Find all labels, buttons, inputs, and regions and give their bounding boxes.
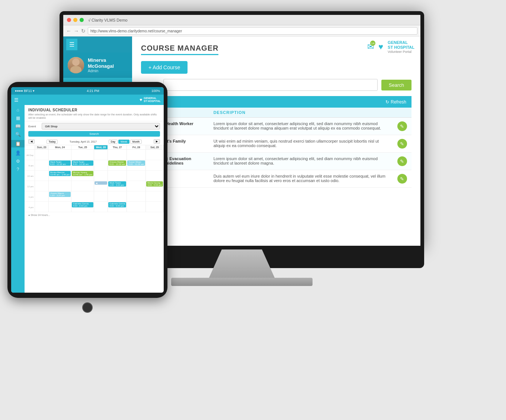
course-description: Ut wisi enim ad minim veniam, quis nostr… [209,135,393,153]
cal-allday-wed [94,150,108,160]
course-actions: ✎ [393,170,411,188]
hospital-name: GENERALST HOSPITAL [388,40,414,50]
cal-nav: ◀ Today Tuesday, April 10, 2017 Day Week… [25,138,164,145]
event-murray-tue[interactable]: Murray Hyang10:45 am - 1:46 pm [72,171,93,176]
tablet-search-button[interactable]: Search [28,131,160,137]
hospital-logo: GENERALST HOSPITAL Volunteer Portal [388,40,414,54]
browser-titlebar: √ Clarity VLMS Demo [63,15,420,25]
hamburger-button[interactable]: ☰ [66,39,77,50]
tablet-hamburger[interactable]: ☰ [14,97,19,103]
minimize-dot[interactable] [73,18,77,22]
cal-allday-fri [127,150,146,160]
event-maria-sat[interactable]: Maria Hyung3:00 - 5:00 pm [146,181,163,187]
cal-10am-fri [127,171,146,181]
event-label: Event [28,125,39,128]
tab-home-icon[interactable]: ⌂ [16,107,19,112]
event-row: Event Gift Shop [25,121,164,131]
cal-allday-mon [49,150,71,160]
event-gabriela-tue[interactable]: Gabriela Garcia4:00 - 6:00 pm [72,202,93,207]
cal-day-view[interactable]: Day [109,140,118,144]
user-role: Admin [88,69,128,73]
cal-4pm-sat [146,202,164,212]
cal-today-button[interactable]: Today [47,140,58,144]
browser-toolbar: ← → ↻ http://www.vlms-demo.claritydemo.n… [63,25,420,36]
event-select[interactable]: Gift Shop [42,123,160,130]
tablet-wrapper: ●●●● BF11 ▾ 4:21 PM 100% ☰ ♥ GENERALST H… [7,82,167,298]
avatar-image [68,57,84,73]
notification-badge: 14 [370,41,375,46]
avatar [68,57,84,73]
battery: 100% [151,89,160,93]
event-susan-fri[interactable]: Susan Wean8:00 - 11:00 am [127,160,145,166]
cal-4pm-tue: Gabriela Garcia4:00 - 6:00 pm [71,202,94,212]
hospital-sub: Volunteer Portal [388,50,414,54]
tab-schedule-icon[interactable]: 📋 [11,140,25,147]
course-description: Duis autem vel eum iriure dolor in hendr… [209,170,393,188]
cal-header-empty [25,145,35,150]
cal-12pm-mon [49,181,71,191]
calendar-wrapper: ◀ Today Tuesday, April 10, 2017 Day Week… [25,138,164,293]
tablet-home-button[interactable] [82,302,93,313]
tab-help-icon[interactable]: ? [17,167,19,172]
event-wed-blue[interactable]: ◀ [95,181,107,185]
search-button[interactable]: Search [381,80,411,90]
edit-button[interactable]: ✎ [397,174,407,184]
cal-header-fri: Fri, 28 [127,145,146,150]
tablet-frame: ●●●● BF11 ▾ 4:21 PM 100% ☰ ♥ GENERALST H… [7,82,167,298]
course-description: Lorem ipsum dolor sit amet, consectetuer… [209,118,393,135]
refresh-button[interactable]: ↻ Refresh [385,99,406,105]
event-gabriela-thu[interactable]: Gabriela Garcia4:00 - 6:00 pm [108,202,126,207]
url-bar[interactable]: http://www.vlms-demo.claritydemo.net/cou… [88,27,417,35]
cal-12pm-sun [35,181,49,191]
cal-week-view[interactable]: Week [118,140,129,144]
event-marktwain-thu[interactable]: Mark Twain1:00 - 3:00 pm [108,181,126,187]
tablet-sidebar: ⌂ ▦ 📖 🔍 📋 👤 ⚙ ? [11,105,25,293]
cal-view-buttons: Day Week Month [109,140,142,144]
event-mark-twain-mon[interactable]: Mark Twain8:00 - 10:30 am [49,160,71,166]
course-actions: ✎ [393,118,411,135]
carrier: ●●●● BF11 ▾ [15,89,35,93]
cal-month-view[interactable]: Month [130,140,142,144]
close-dot[interactable] [67,18,71,22]
cal-10am-tue: Murray Hyang10:45 am - 1:46 pm [71,171,94,181]
cal-header-sun: Sun, 23 [35,145,49,150]
edit-button[interactable]: ✎ [397,121,407,131]
back-button[interactable]: ← [66,28,71,34]
search-input[interactable] [163,79,378,91]
event-brinita-mon[interactable]: Brinita Mercier10:45 am - 1:46 pm [49,171,71,176]
tab-book-icon[interactable]: 📖 [15,124,21,129]
event-driesta-thu[interactable]: Driesta Master8:00 - 10:30 am [108,160,126,166]
forward-button[interactable]: → [74,28,79,34]
cal-4pm-wed [94,202,108,212]
show-24-hours[interactable]: ● Show 24 hours... [25,212,164,218]
edit-button[interactable]: ✎ [397,156,407,166]
imac-base [171,278,313,286]
tab-calendar-icon[interactable]: ▦ [16,115,20,121]
cal-header-sat: Sat, 29 [146,145,164,150]
maximize-dot[interactable] [80,18,84,22]
tablet-main: INDIVIDUAL SCHEDULER After selecting an … [25,105,164,293]
tab-settings-icon[interactable]: ⚙ [16,159,20,164]
cal-10am-mon: Brinita Mercier10:45 am - 1:46 pm [49,171,71,181]
cal-4pm-mon [49,202,71,212]
cal-prev-button[interactable]: ◀ [28,139,35,144]
cal-next-button[interactable]: ▶ [154,139,160,144]
add-course-button[interactable]: + Add Course [141,61,188,74]
cal-grid: Sun, 23 Mon, 24 Tue, 25 Wed, 26 Thu, 27 … [25,145,164,212]
cal-8am-fri: Susan Wean8:00 - 11:00 am [127,160,146,171]
cal-allday-thu [108,150,127,160]
event-vivann-mon[interactable]: Vivann Maurs1:00 - 3:20 pm [49,192,71,197]
refresh-button[interactable]: ↻ [81,28,86,34]
tab-person-icon[interactable]: 👤 [15,150,21,156]
tab-search-icon[interactable]: 🔍 [15,132,21,137]
cal-12pm-sat: Maria Hyung3:00 - 5:00 pm [146,181,164,191]
cal-10am-label: 10 am [25,171,35,181]
col-actions [393,108,411,118]
cal-1pm-thu [108,191,127,202]
cal-10am-thu [108,171,127,181]
event-mark-twain-tue[interactable]: Mark Twain8:00 - 10:30 am [72,160,93,166]
tablet-page-header: INDIVIDUAL SCHEDULER After selecting an … [25,105,164,121]
tablet-status-bar: ●●●● BF11 ▾ 4:21 PM 100% [11,87,164,95]
cal-1pm-fri [127,191,146,202]
edit-button[interactable]: ✎ [397,139,407,149]
